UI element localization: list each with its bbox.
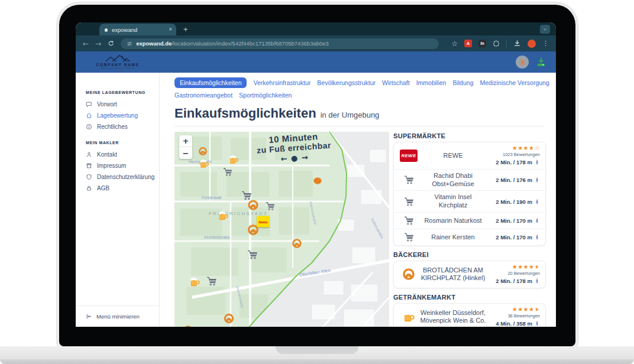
walking-distance: 2 Min. / 170 m <box>488 216 540 225</box>
sidebar-item-label: Vorwort <box>97 101 117 108</box>
laptop-base-notch <box>276 346 358 354</box>
person-icon <box>86 151 92 158</box>
places-panel: SUPERMÄRKTE REWE REWE ★★★★☆ 1023 Bewertu… <box>393 132 546 327</box>
map-zoom-out-button[interactable]: − <box>179 147 192 159</box>
browser-toolbar: ← → expowand.de/locationValuation/index/… <box>76 35 556 51</box>
map-marker-cart[interactable] <box>206 275 218 290</box>
sidebar-item-datenschutz[interactable]: Datenschutzerklärung <box>76 171 159 183</box>
title-divider <box>174 126 544 126</box>
map-marker-pretzel[interactable] <box>247 199 260 214</box>
browser-menu-icon[interactable]: ⋮ <box>542 40 549 47</box>
place-row-drinks[interactable]: Weinkeller Düsseldorf, Mövenpick Wein & … <box>394 304 545 327</box>
place-row[interactable]: Rainer Kersten 2 Min. / 170 m <box>394 229 545 245</box>
sidebar-item-vorwort[interactable]: Vorwort <box>76 99 159 110</box>
url-bar[interactable]: expowand.de/locationValuation/index/542f… <box>121 38 439 49</box>
map-marker-beer[interactable] <box>189 276 201 291</box>
map-marker-cart[interactable] <box>265 201 276 214</box>
walking-icon <box>534 199 540 205</box>
forward-button[interactable]: → <box>95 40 101 47</box>
sidebar-item-agb[interactable]: AGB <box>76 183 159 194</box>
collapse-label: Menü minimieren <box>96 313 140 320</box>
tab-einkaufsmoeglichkeiten[interactable]: Einkaufsmöglichkeiten <box>174 77 247 88</box>
map-marker-bread[interactable] <box>312 176 323 188</box>
place-name: BROTLÄDCHEN AM KIRCHPLATZ (Hinkel) <box>418 266 488 283</box>
walking-icon <box>534 177 540 183</box>
map-marker-beer[interactable] <box>228 154 240 168</box>
tab-bildung[interactable]: Bildung <box>452 79 473 86</box>
heading-baeckerei: BÄCKEREI <box>393 251 546 258</box>
sidebar-item-rechtliches[interactable]: Rechtliches <box>76 121 159 132</box>
heading-getraenkemarkt: GETRÄNKEMARKT <box>393 294 546 301</box>
map-marker-beer[interactable] <box>198 158 210 172</box>
reload-button[interactable] <box>108 40 114 47</box>
browser-profile-avatar[interactable] <box>528 40 536 48</box>
map-marker-pretzel[interactable] <box>223 313 235 327</box>
rooftops-logo-icon <box>98 54 137 63</box>
header-avatar[interactable] <box>516 56 529 69</box>
tab-close-icon[interactable]: × <box>169 27 172 32</box>
page-subtitle: in der Umgebung <box>321 110 380 119</box>
walking-icon <box>534 320 540 327</box>
downloads-icon[interactable] <box>513 40 521 47</box>
drinks-card: Weinkeller Düsseldorf, Mövenpick Wein & … <box>393 303 546 327</box>
place-row[interactable]: Vitamin Insel Kirchplatz 2 Min. / 190 m <box>394 191 545 213</box>
collapse-menu-button[interactable]: Menü minimieren <box>76 306 159 327</box>
map-marker-pretzel[interactable] <box>183 325 193 327</box>
beer-icon <box>402 310 416 324</box>
review-count: 36 Bewertungen <box>488 313 540 319</box>
walking-distance: 2 Min. / 190 m <box>488 197 540 206</box>
site-settings-icon[interactable] <box>127 41 132 47</box>
tab-search-button[interactable] <box>540 25 550 34</box>
place-name: REWE <box>418 152 488 160</box>
sidebar-item-label: Datenschutzerklärung <box>97 174 154 180</box>
place-row-bakery[interactable]: BROTLÄDCHEN AM KIRCHPLATZ (Hinkel) ★★★★★… <box>394 261 545 288</box>
tab-immobilien[interactable]: Immobilien <box>416 79 447 86</box>
walking-distance: 2 Min. / 178 m <box>488 277 540 285</box>
walking-icon <box>534 159 540 165</box>
place-name: Vitamin Insel Kirchplatz <box>418 193 488 210</box>
sidebar-item-label: Rechtliches <box>97 124 128 130</box>
map-marker-pretzel[interactable] <box>198 147 208 159</box>
extensions-puzzle-icon[interactable] <box>493 40 500 47</box>
toolbar-divider <box>506 40 507 48</box>
place-row-rewe[interactable]: REWE REWE ★★★★☆ 1023 Bewertungen 2 Min. … <box>394 142 545 170</box>
bookmark-star-icon[interactable]: ☆ <box>451 40 458 48</box>
laptop-mockup: expowand × + ← → expowand.de/locationVal… <box>0 0 634 364</box>
tab-medizinische-versorgung[interactable]: Medizinische Versorgung <box>480 79 549 86</box>
company-slogan: Slogan Goes Here <box>101 67 134 70</box>
map-zoom-control: + − <box>179 135 192 159</box>
map-marker-beer[interactable] <box>217 210 229 225</box>
tab-verkehrsinfrastruktur[interactable]: Verkehrsinfrastruktur <box>253 79 310 86</box>
walking-distance: 2 Min. / 176 m <box>488 176 540 184</box>
sidebar-item-lagebewertung[interactable]: Lagebewertung <box>76 110 159 121</box>
sidebar-section-lagebewertung: MEINE LAGEBEWERTUNG <box>76 90 159 99</box>
pdf-extension-icon[interactable]: A <box>464 40 472 47</box>
map-marker-cart[interactable] <box>247 249 258 263</box>
map-marker-cart[interactable] <box>222 167 233 180</box>
tab-wirtschaft[interactable]: Wirtschaft <box>382 79 410 86</box>
tab-title: expowand <box>112 27 166 33</box>
map-marker-pretzel[interactable] <box>292 238 303 252</box>
back-button[interactable]: ← <box>83 40 89 47</box>
map[interactable]: Herzogstraße Fürstenwall FRIEDRICHSTADT … <box>174 132 389 327</box>
browser-tab-strip: expowand × + <box>76 22 556 35</box>
cart-icon <box>403 196 415 207</box>
tab-sportmoeglichkeiten[interactable]: Sportmöglichkeiten <box>239 92 292 99</box>
browser-window: expowand × + ← → expowand.de/locationVal… <box>76 22 556 327</box>
company-logo[interactable]: COMPANY NAME Slogan Goes Here <box>76 54 160 70</box>
url-text: expowand.de/locationValuation/index/542f… <box>136 40 329 47</box>
sidebar-item-impressum[interactable]: Impressum <box>76 160 159 171</box>
header-download-icon[interactable] <box>536 57 546 67</box>
place-row[interactable]: Rachid Dhabi Obst+Gemüse 2 Min. / 176 m <box>394 170 545 191</box>
map-zoom-in-button[interactable]: + <box>179 135 192 147</box>
fn-extension-icon[interactable]: fn <box>478 40 486 47</box>
map-marker-pretzel[interactable] <box>247 223 260 239</box>
sidebar-item-kontakt[interactable]: Kontakt <box>76 149 159 160</box>
place-name: Rainer Kersten <box>418 233 488 242</box>
place-row[interactable]: Rosmarin Naturkost 2 Min. / 170 m <box>394 213 545 229</box>
new-tab-button[interactable]: + <box>183 25 188 34</box>
tab-gastronomieangebot[interactable]: Gastronomieangebot <box>174 92 232 99</box>
bakery-card: BROTLÄDCHEN AM KIRCHPLATZ (Hinkel) ★★★★★… <box>393 261 546 288</box>
browser-tab[interactable]: expowand × <box>99 24 176 35</box>
tab-bevoelkerungsstruktur[interactable]: Bevölkerungsstruktur <box>317 79 376 86</box>
